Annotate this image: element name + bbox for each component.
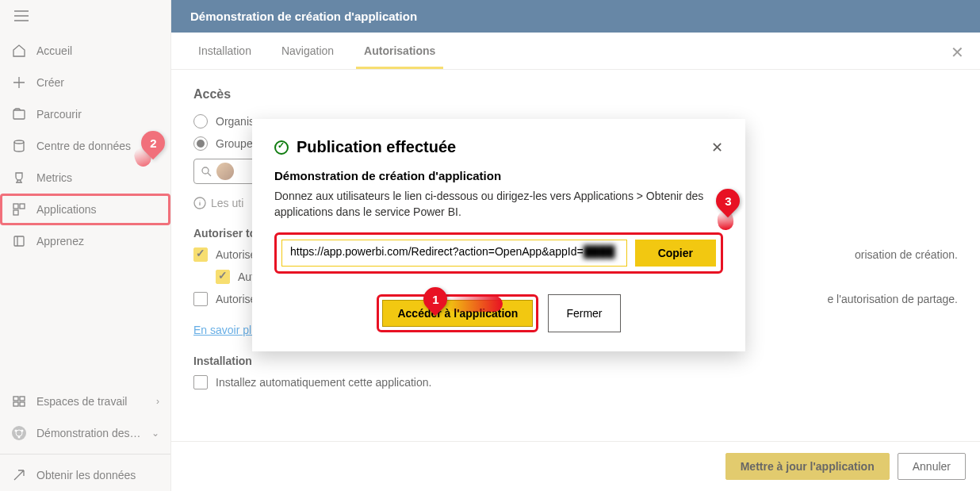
copy-button[interactable]: Copier (635, 240, 716, 267)
success-check-icon (274, 140, 289, 155)
modal-subtitle: Démonstration de création d'application (274, 169, 723, 182)
url-text-prefix: https://app.powerbi.com/Redirect?action=… (290, 245, 584, 258)
modal-title: Publication effectuée (297, 138, 711, 156)
url-text-blur: ████ (584, 245, 615, 258)
modal-description: Donnez aux utilisateurs le lien ci-desso… (274, 189, 723, 220)
app-url-input[interactable]: https://app.powerbi.com/Redirect?action=… (281, 240, 627, 267)
modal-close-icon[interactable]: ✕ (711, 139, 723, 156)
url-copy-row: https://app.powerbi.com/Redirect?action=… (274, 232, 723, 274)
publish-success-modal: Publication effectuée ✕ Démonstration de… (252, 119, 745, 351)
close-button[interactable]: Fermer (548, 294, 620, 332)
annotation-arrow-1 (447, 296, 503, 312)
